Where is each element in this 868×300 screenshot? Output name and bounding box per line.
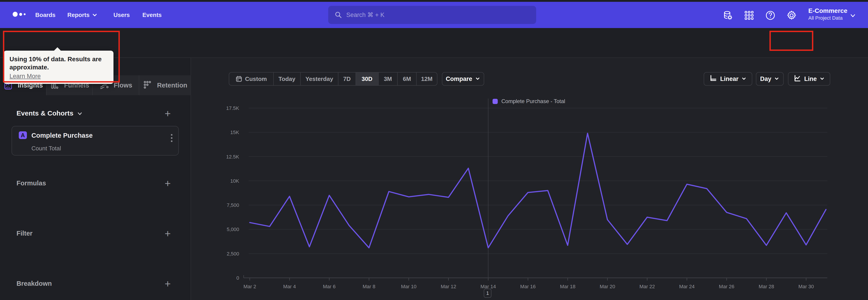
nav-item-events[interactable]: Events (143, 2, 162, 28)
event-card[interactable]: A Complete Purchase Count Total (11, 126, 179, 155)
tab-label: Retention (157, 82, 187, 89)
nav-item-label: Reports (67, 11, 90, 19)
date-range-3m[interactable]: 3M (378, 72, 397, 85)
svg-text:Mar 24: Mar 24 (679, 284, 694, 289)
apps-grid-icon[interactable] (744, 10, 754, 21)
add-breakdown-button[interactable]: + (162, 278, 173, 289)
chart-legend[interactable]: Complete Purchase - Total (493, 98, 565, 104)
linear-axis-icon (709, 74, 717, 84)
help-icon[interactable] (765, 10, 776, 21)
scale-selector[interactable]: Linear (704, 72, 752, 86)
data-gear-icon[interactable] (722, 10, 733, 21)
add-filter-button[interactable]: + (162, 228, 173, 239)
query-sidebar: Insights Funnels (0, 58, 191, 300)
date-range-30d[interactable]: 30D (355, 72, 378, 85)
svg-text:Mar 8: Mar 8 (363, 284, 375, 289)
chevron-down-icon (92, 12, 97, 18)
chevron-down-icon (475, 77, 480, 81)
date-range-control: CustomTodayYesterday7D30D3M6M12M (229, 72, 437, 86)
event-metric[interactable]: Count Total (31, 145, 61, 152)
date-range-label: 30D (362, 76, 373, 83)
legend-label: Complete Purchase - Total (501, 98, 565, 104)
svg-text:17.5K: 17.5K (226, 106, 239, 111)
annotation-rect-title (3, 31, 120, 83)
retention-icon (143, 80, 153, 90)
date-range-6m[interactable]: 6M (397, 72, 416, 85)
nav-item-label: Events (143, 11, 162, 19)
search-placeholder: Search ⌘ + K (346, 11, 384, 19)
chevron-down-icon (742, 77, 747, 81)
line-chart-icon (794, 74, 801, 84)
event-letter-badge: A (19, 131, 27, 139)
chart-type-label: Line (804, 76, 817, 83)
series-line (250, 133, 826, 248)
svg-text:Mar 20: Mar 20 (600, 284, 615, 289)
nav-item-label: Boards (35, 11, 56, 19)
gridlines (244, 98, 827, 280)
settings-gear-icon[interactable] (786, 10, 797, 21)
breakdown-label: Breakdown (17, 280, 52, 287)
chart-type-selector[interactable]: Line (788, 72, 830, 86)
date-range-yesterday[interactable]: Yesterday (300, 72, 338, 85)
date-range-7d[interactable]: 7D (338, 72, 355, 85)
svg-text:Mar 16: Mar 16 (520, 284, 535, 289)
granularity-selector[interactable]: Day (756, 72, 784, 86)
add-formula-button[interactable]: + (162, 178, 173, 189)
legend-swatch (493, 99, 498, 104)
nav-item-label: Users (114, 11, 130, 19)
mixpanel-logo-icon[interactable] (13, 12, 26, 17)
event-menu-icon[interactable] (171, 134, 173, 142)
annotation-rect-toggle (770, 31, 813, 51)
svg-text:Mar 18: Mar 18 (560, 284, 575, 289)
nav-item-users[interactable]: Users (114, 2, 130, 28)
chevron-down-icon[interactable] (850, 13, 856, 20)
date-range-custom[interactable]: Custom (229, 72, 273, 85)
svg-text:Mar 6: Mar 6 (323, 284, 336, 289)
compare-button[interactable]: Compare (442, 72, 484, 86)
nav-item-reports[interactable]: Reports (67, 2, 97, 28)
chevron-down-icon (820, 77, 825, 81)
date-range-label: 6M (403, 76, 411, 83)
section-label: Events & Cohorts (17, 110, 73, 117)
date-range-12m[interactable]: 12M (416, 72, 437, 85)
svg-text:Mar 26: Mar 26 (719, 284, 734, 289)
svg-text:Mar 10: Mar 10 (401, 284, 416, 289)
date-range-label: 3M (384, 76, 392, 83)
report-title-bar: Untitled Sampled + Add description... Sa (0, 28, 868, 57)
svg-text:Mar 2: Mar 2 (243, 284, 256, 289)
y-axis-labels: 02,5005,0007,50010K12.5K15K17.5K (226, 106, 239, 281)
svg-text:5,000: 5,000 (227, 227, 239, 232)
x-axis-labels: Mar 2Mar 4Mar 6Mar 8Mar 10Mar 12Mar 14Ma… (243, 284, 814, 289)
date-range-label: Yesterday (305, 76, 333, 83)
add-event-button[interactable]: + (162, 108, 173, 119)
granularity-label: Day (760, 76, 772, 83)
event-name: Complete Purchase (31, 132, 93, 139)
svg-text:Mar 12: Mar 12 (441, 284, 456, 289)
svg-text:Mar 22: Mar 22 (640, 284, 655, 289)
date-range-today[interactable]: Today (273, 72, 301, 85)
line-chart: 02,5005,0007,50010K12.5K15K17.5KMar 2Mar… (191, 58, 868, 300)
calendar-icon (236, 76, 242, 82)
events-cohorts-header[interactable]: Events & Cohorts (17, 110, 82, 117)
chart-panel: CustomTodayYesterday7D30D3M6M12M Compare… (191, 58, 868, 300)
date-range-label: Today (278, 76, 296, 83)
svg-text:10K: 10K (230, 178, 239, 184)
project-switcher[interactable]: E-Commerce All Project Data (808, 7, 847, 21)
search-icon (335, 11, 342, 19)
svg-text:2,500: 2,500 (227, 251, 239, 257)
pagination-page-1[interactable]: 1 (484, 289, 491, 298)
tab-retention[interactable]: Retention (139, 75, 191, 95)
svg-text:Mar 30: Mar 30 (798, 284, 814, 289)
svg-text:Mar 4: Mar 4 (283, 284, 296, 289)
svg-text:Mar 28: Mar 28 (758, 284, 774, 289)
svg-text:0: 0 (237, 275, 239, 281)
svg-text:15K: 15K (230, 129, 239, 135)
svg-text:7,500: 7,500 (227, 202, 239, 208)
tab-label: Flows (114, 82, 132, 89)
search-input[interactable]: Search ⌘ + K (328, 6, 536, 24)
project-name: E-Commerce (808, 7, 847, 15)
nav-item-boards[interactable]: Boards (35, 2, 56, 28)
filter-label: Filter (17, 230, 33, 237)
date-range-label: 7D (343, 76, 350, 83)
scale-label: Linear (720, 76, 739, 83)
